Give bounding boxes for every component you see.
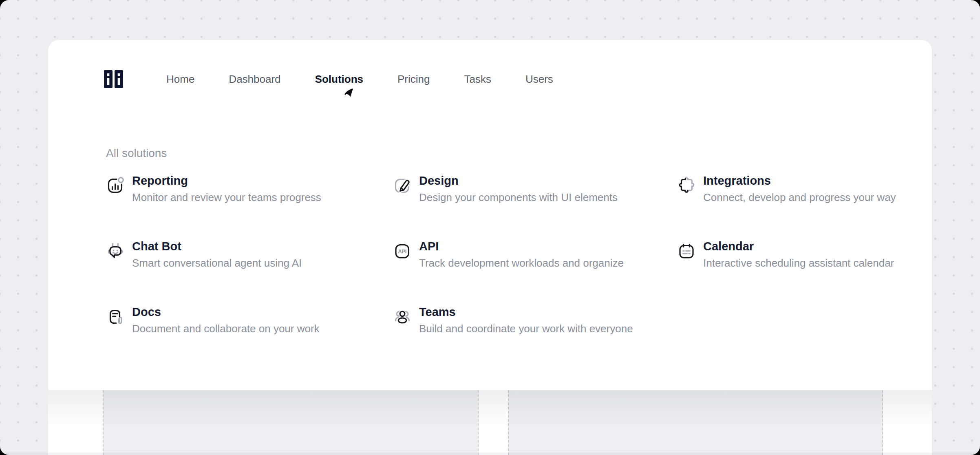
menu-item-title: Integrations <box>703 173 896 188</box>
skeleton-placeholder-left <box>103 390 479 455</box>
dropdown-heading: All solutions <box>106 146 167 161</box>
api-icon: API <box>393 241 412 261</box>
menu-item-description: Smart conversational agent using AI <box>132 256 302 270</box>
nav-links: Home Dashboard Solutions Pricing Tasks U… <box>166 70 553 88</box>
docs-icon <box>106 307 125 327</box>
menu-item-title: Teams <box>419 305 633 319</box>
teams-icon <box>393 307 412 327</box>
nav-item-solutions[interactable]: Solutions <box>315 70 363 88</box>
menu-item-api[interactable]: API API Track development workloads and … <box>393 239 677 305</box>
menu-item-teams[interactable]: Teams Build and coordinate your work wit… <box>393 305 677 370</box>
menu-item-description: Build and coordinate your work with ever… <box>419 322 633 336</box>
menu-item-title: API <box>419 239 624 254</box>
desktop-background: Home Dashboard Solutions Pricing Tasks U… <box>0 0 980 455</box>
menu-item-title: Chat Bot <box>132 239 302 254</box>
integrations-icon <box>677 176 696 195</box>
nav-item-users[interactable]: Users <box>525 70 553 88</box>
nav-item-pricing[interactable]: Pricing <box>397 70 430 88</box>
menu-item-integrations[interactable]: Integrations Connect, develop and progre… <box>677 173 905 239</box>
menu-item-title: Docs <box>132 305 320 319</box>
menu-item-title: Design <box>419 173 618 188</box>
menu-item-description: Connect, develop and progress your way <box>703 190 896 204</box>
nav-item-home[interactable]: Home <box>166 70 194 88</box>
menu-item-description: Track development workloads and organize <box>419 256 624 270</box>
nav-item-tasks[interactable]: Tasks <box>464 70 491 88</box>
chat-bot-icon <box>106 241 125 261</box>
skeleton-placeholder-right <box>508 390 883 455</box>
nav-item-dashboard[interactable]: Dashboard <box>229 70 280 88</box>
bottom-section-edge <box>0 453 980 455</box>
solutions-grid: Reporting Monitor and review your teams … <box>106 173 905 370</box>
menu-item-description: Monitor and review your teams progress <box>132 190 321 204</box>
design-icon <box>393 176 412 195</box>
page-content-under-dropdown <box>48 390 932 455</box>
menu-item-title: Reporting <box>132 173 321 188</box>
menu-item-description: Design your components with UI elements <box>419 190 618 204</box>
menu-item-design[interactable]: Design Design your components with UI el… <box>393 173 677 239</box>
top-navigation: Home Dashboard Solutions Pricing Tasks U… <box>48 40 932 88</box>
reporting-icon <box>106 176 125 195</box>
menu-item-reporting[interactable]: Reporting Monitor and review your teams … <box>106 173 393 239</box>
browser-window: Home Dashboard Solutions Pricing Tasks U… <box>48 40 932 455</box>
menu-item-docs[interactable]: Docs Document and collaborate on your wo… <box>106 305 393 370</box>
menu-item-description: Interactive scheduling assistant calenda… <box>703 256 894 270</box>
menu-item-description: Document and collaborate on your work <box>132 322 320 336</box>
app-logo[interactable] <box>104 70 123 88</box>
menu-item-calendar[interactable]: Calendar Interactive scheduling assistan… <box>677 239 905 305</box>
svg-text:API: API <box>398 249 406 254</box>
calendar-icon <box>677 241 696 261</box>
menu-item-chat-bot[interactable]: Chat Bot Smart conversational agent usin… <box>106 239 393 305</box>
menu-item-title: Calendar <box>703 239 894 254</box>
ii-logo-icon <box>104 70 123 88</box>
